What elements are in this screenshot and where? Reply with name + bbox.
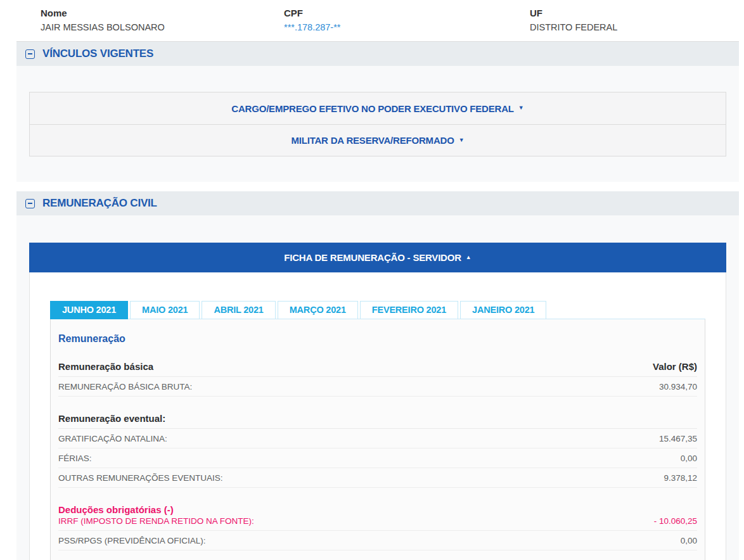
group-header-eventual: Remuneração eventual: <box>58 413 697 429</box>
collapse-minus-icon[interactable] <box>25 199 35 208</box>
uf-label: UF <box>530 8 617 18</box>
table-row: REMUNERAÇÃO BÁSICA BRUTA: 30.934,70 <box>58 377 697 397</box>
person-info-bar: Nome JAIR MESSIAS BOLSONARO CPF ***.178.… <box>16 0 739 42</box>
table-row: GRATIFICAÇÃO NATALINA: 15.467,35 <box>58 429 697 449</box>
group-header-deducoes: Deduções obrigatórias (-) <box>58 504 697 515</box>
section-remuneracao-civil: REMUNERAÇÃO CIVIL FICHA DE REMUNERAÇÃO -… <box>16 191 739 560</box>
name-value: JAIR MESSIAS BOLSONARO <box>41 22 284 32</box>
panel-title: Remuneração <box>58 333 697 345</box>
group-header-basica: Remuneração básica Valor (R$) <box>58 361 697 377</box>
chevron-down-icon: ▼ <box>518 105 524 111</box>
collapse-minus-icon[interactable] <box>25 49 35 59</box>
table-row: OUTRAS REMUNERAÇÕES EVENTUAIS: 9.378,12 <box>58 468 697 488</box>
ficha-remuneracao-card: FICHA DE REMUNERAÇÃO - SERVIDOR ▲ JUNHO … <box>29 243 726 560</box>
remuneracao-panel: Remuneração Remuneração básica Valor (R$… <box>50 319 705 560</box>
section-vinculos-vigentes: VÍNCULOS VIGENTES CARGO/EMPREGO EFETIVO … <box>16 42 739 182</box>
month-tabs: JUNHO 2021 MAIO 2021 ABRIL 2021 MARÇO 20… <box>50 301 705 319</box>
accordion-cargo-efetivo[interactable]: CARGO/EMPREGO EFETIVO NO PODER EXECUTIVO… <box>30 92 726 124</box>
uf-value: DISTRITO FEDERAL <box>530 22 617 32</box>
section-gap <box>0 182 744 191</box>
cpf-label: CPF <box>284 8 530 18</box>
tab-maio-2021[interactable]: MAIO 2021 <box>130 301 200 319</box>
table-row: IRRF (IMPOSTO DE RENDA RETIDO NA FONTE):… <box>58 515 697 531</box>
remuneracao-section-header[interactable]: REMUNERAÇÃO CIVIL <box>16 191 739 215</box>
tab-junho-2021[interactable]: JUNHO 2021 <box>50 301 128 319</box>
vinculos-accordion-group: CARGO/EMPREGO EFETIVO NO PODER EXECUTIVO… <box>29 92 726 156</box>
chevron-up-icon: ▲ <box>466 254 471 260</box>
tab-marco-2021[interactable]: MARÇO 2021 <box>278 301 358 319</box>
remuneracao-section-body: FICHA DE REMUNERAÇÃO - SERVIDOR ▲ JUNHO … <box>16 215 739 560</box>
vinculos-section-body: CARGO/EMPREGO EFETIVO NO PODER EXECUTIVO… <box>16 66 739 182</box>
remuneracao-section-title: REMUNERAÇÃO CIVIL <box>42 197 157 210</box>
vinculos-section-header[interactable]: VÍNCULOS VIGENTES <box>16 42 739 66</box>
tab-janeiro-2021[interactable]: JANEIRO 2021 <box>460 301 546 319</box>
tab-abril-2021[interactable]: ABRIL 2021 <box>202 301 275 319</box>
ficha-remuneracao-toggle[interactable]: FICHA DE REMUNERAÇÃO - SERVIDOR ▲ <box>29 243 726 272</box>
cpf-link[interactable]: ***.178.287-** <box>284 22 341 32</box>
table-row: PSS/RPGS (PREVIDÊNCIA OFICIAL): 0,00 <box>58 531 697 550</box>
table-row: FÉRIAS: 0,00 <box>58 449 697 468</box>
accordion-militar-reserva[interactable]: MILITAR DA RESERVA/REFORMADO ▼ <box>30 124 726 156</box>
name-label: Nome <box>41 8 284 18</box>
vinculos-section-title: VÍNCULOS VIGENTES <box>42 48 153 60</box>
tab-fevereiro-2021[interactable]: FEVEREIRO 2021 <box>360 301 458 319</box>
chevron-down-icon: ▼ <box>459 137 465 143</box>
value-column-header: Valor (R$) <box>653 361 697 372</box>
